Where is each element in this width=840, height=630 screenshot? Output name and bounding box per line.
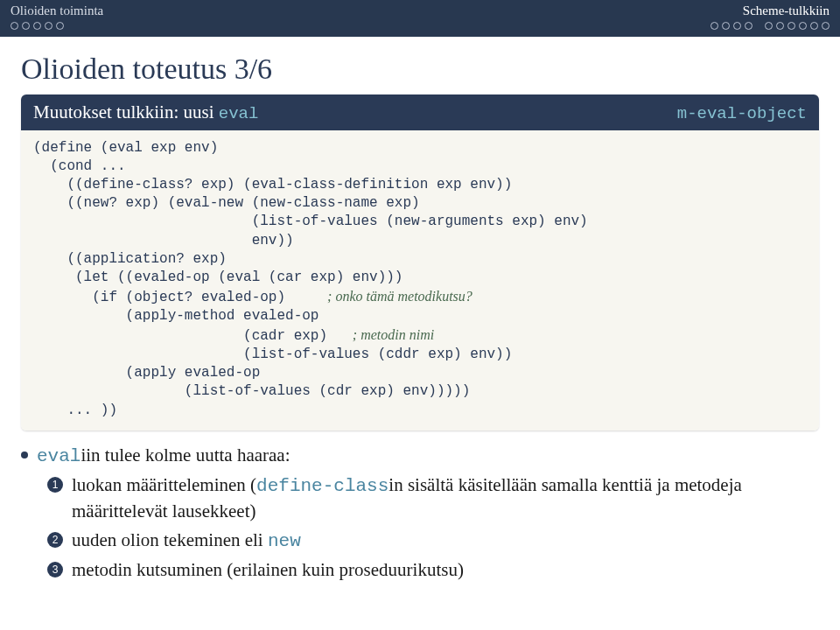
bullet-item-2: 2 uuden olion tekeminen eli new bbox=[47, 528, 819, 554]
number-icon-3: 3 bbox=[47, 562, 63, 578]
bullet-item-1: 1 luokan määritteleminen (define-classin… bbox=[47, 472, 819, 524]
section-left-label: Olioiden toiminta bbox=[10, 4, 103, 18]
bullet-list: evaliin tulee kolme uutta haaraa: 1 luok… bbox=[21, 443, 819, 583]
progress-left bbox=[10, 22, 103, 30]
header-right: Scheme-tulkkiin bbox=[710, 4, 830, 30]
block-title-text: Muutokset tulkkiin: uusi eval bbox=[33, 102, 258, 123]
block-label: m-eval-object bbox=[677, 104, 807, 123]
bullet-main: evaliin tulee kolme uutta haaraa: bbox=[21, 443, 819, 469]
block-title-bar: Muutokset tulkkiin: uusi eval m-eval-obj… bbox=[21, 94, 819, 130]
number-icon-1: 1 bbox=[47, 477, 63, 493]
page-title: Olioiden toteutus 3/6 bbox=[0, 37, 840, 94]
code-block: Muutokset tulkkiin: uusi eval m-eval-obj… bbox=[21, 94, 819, 430]
block-title-code: eval bbox=[219, 104, 259, 123]
bullet-icon bbox=[21, 452, 28, 458]
number-icon-2: 2 bbox=[47, 532, 63, 548]
section-right-label: Scheme-tulkkiin bbox=[743, 4, 830, 18]
progress-right bbox=[710, 22, 830, 30]
code-body: (define (eval exp env) (cond ... ((defin… bbox=[21, 130, 819, 430]
header-left: Olioiden toiminta bbox=[10, 4, 103, 30]
bullet-item-3: 3 metodin kutsuminen (erilainen kuin pro… bbox=[47, 557, 819, 582]
slide-header: Olioiden toiminta Scheme-tulkkiin bbox=[0, 0, 840, 37]
